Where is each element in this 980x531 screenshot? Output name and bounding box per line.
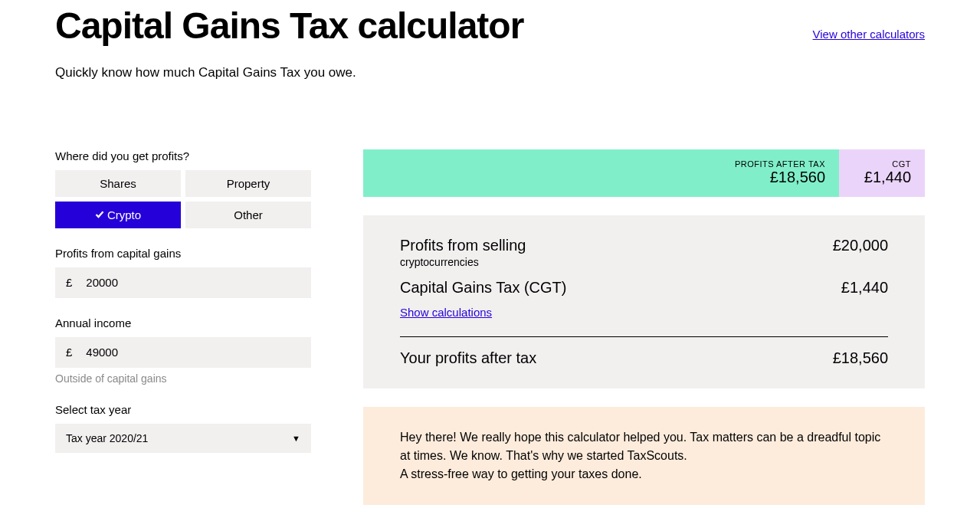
summary-cgt-value: £1,440 [864, 169, 911, 186]
page-subtitle: Quickly know how much Capital Gains Tax … [55, 65, 925, 80]
selling-value: £20,000 [833, 237, 888, 254]
tax-year-select[interactable]: Tax year 2020/21 ▼ [55, 424, 311, 453]
breakdown-panel: Profits from selling cryptocurrencies £2… [363, 215, 925, 388]
summary-cgt-segment: CGT £1,440 [839, 149, 925, 197]
selling-label: Profits from selling [400, 237, 526, 254]
source-crypto-button[interactable]: Crypto [55, 202, 181, 228]
after-tax-label: Your profits after tax [400, 349, 536, 367]
summary-cgt-label: CGT [892, 159, 911, 169]
tax-year-value: Tax year 2020/21 [66, 432, 148, 444]
selling-sublabel: cryptocurrencies [400, 256, 526, 268]
results-column: PROFITS AFTER TAX £18,560 CGT £1,440 Pro… [363, 149, 925, 505]
profits-input[interactable] [83, 267, 311, 298]
breakdown-row-cgt: Capital Gains Tax (CGT) £1,440 [400, 279, 888, 297]
income-label: Annual income [55, 316, 311, 329]
after-tax-value: £18,560 [833, 349, 888, 367]
breakdown-divider [400, 336, 888, 337]
source-crypto-label: Crypto [107, 208, 141, 221]
show-calculations-link[interactable]: Show calculations [400, 306, 492, 319]
page-title: Capital Gains Tax calculator [55, 6, 523, 47]
summary-profits-value: £18,560 [770, 169, 825, 186]
summary-profits-label: PROFITS AFTER TAX [735, 159, 825, 169]
profits-label: Profits from capital gains [55, 247, 311, 260]
currency-symbol: £ [55, 346, 83, 359]
view-other-calculators-link[interactable]: View other calculators [813, 28, 925, 41]
currency-symbol: £ [55, 276, 83, 289]
source-other-button[interactable]: Other [185, 202, 311, 228]
chevron-down-icon: ▼ [292, 434, 300, 443]
income-helper-text: Outside of capital gains [55, 372, 311, 385]
check-icon [95, 210, 104, 219]
profits-input-group: £ [55, 267, 311, 298]
cgt-row-value: £1,440 [841, 279, 888, 297]
breakdown-row-after-tax: Your profits after tax £18,560 [400, 349, 888, 367]
profit-source-group: Shares Property Crypto Other [55, 170, 311, 228]
income-input[interactable] [83, 337, 311, 368]
tax-year-label: Select tax year [55, 403, 311, 416]
form-column: Where did you get profits? Shares Proper… [55, 149, 311, 505]
cgt-row-label: Capital Gains Tax (CGT) [400, 279, 566, 297]
income-input-group: £ [55, 337, 311, 368]
promo-line-1: Hey there! We really hope this calculato… [400, 428, 888, 465]
promo-panel: Hey there! We really hope this calculato… [363, 407, 925, 505]
breakdown-row-selling: Profits from selling cryptocurrencies £2… [400, 237, 888, 268]
source-shares-button[interactable]: Shares [55, 170, 181, 197]
promo-line-2: A stress-free way to getting your taxes … [400, 465, 888, 483]
source-property-button[interactable]: Property [185, 170, 311, 197]
profit-source-label: Where did you get profits? [55, 149, 311, 162]
summary-bar: PROFITS AFTER TAX £18,560 CGT £1,440 [363, 149, 925, 197]
summary-profits-segment: PROFITS AFTER TAX £18,560 [363, 149, 839, 197]
